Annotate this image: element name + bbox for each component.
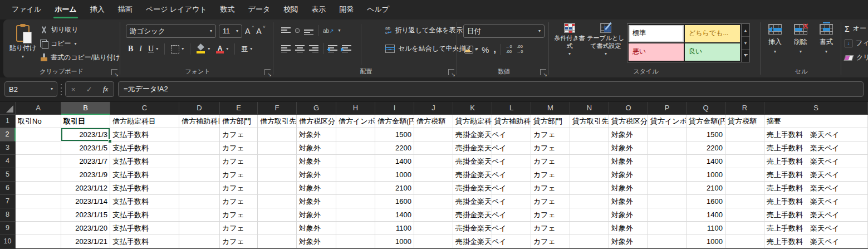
- cell-C2[interactable]: 支払手数料: [110, 128, 179, 141]
- name-box[interactable]: B2 ▾: [4, 81, 57, 97]
- gallery-more-icon[interactable]: ▼: [742, 50, 749, 62]
- cell-F9[interactable]: [258, 222, 297, 235]
- cell-E1[interactable]: 借方部門: [220, 115, 258, 128]
- menu-tab-表示[interactable]: 表示: [305, 0, 332, 20]
- cell-N3[interactable]: [570, 141, 609, 155]
- cell-R1[interactable]: 貸方税額: [725, 115, 764, 128]
- cell-R2[interactable]: [725, 128, 764, 141]
- menu-tab-開発[interactable]: 開発: [333, 0, 360, 20]
- row-header-10[interactable]: 10: [0, 235, 16, 248]
- cell-O7[interactable]: 対象外: [609, 195, 648, 208]
- cell-style-標準[interactable]: 標準: [629, 25, 684, 42]
- cell-style-悪い[interactable]: 悪い: [629, 43, 684, 61]
- column-header-D[interactable]: D: [179, 102, 220, 115]
- column-header-J[interactable]: J: [414, 102, 453, 115]
- chevron-down-icon[interactable]: ▾: [339, 28, 341, 33]
- cell-H2[interactable]: [336, 128, 375, 141]
- cell-I2[interactable]: 1500: [375, 128, 414, 141]
- cell-S9[interactable]: 売上手数料 楽天ペイ: [764, 222, 868, 235]
- increase-decimal-button[interactable]: ←0 .00: [506, 45, 512, 54]
- cell-M9[interactable]: カフェ: [531, 222, 570, 235]
- cell-S2[interactable]: 売上手数料 楽天ペイ: [764, 128, 868, 141]
- cell-K2[interactable]: 売掛金楽天ペイ: [453, 128, 492, 141]
- cell-O6[interactable]: 対象外: [609, 182, 648, 195]
- cut-button[interactable]: 切り取り: [40, 25, 79, 35]
- cell-R9[interactable]: [725, 222, 764, 235]
- cell-R3[interactable]: [725, 141, 764, 155]
- bold-button[interactable]: B: [128, 45, 133, 53]
- clear-button[interactable]: クリア: [845, 53, 868, 62]
- cell-H10[interactable]: [336, 235, 375, 248]
- cell-F3[interactable]: [258, 141, 297, 155]
- menu-tab-ホーム[interactable]: ホーム: [48, 0, 83, 20]
- fill-button[interactable]: ↓ フィル: [845, 38, 868, 48]
- cell-C7[interactable]: 支払手数料: [110, 195, 179, 208]
- underline-button[interactable]: U: [148, 45, 154, 53]
- cell-P10[interactable]: [648, 235, 686, 248]
- align-bottom-button[interactable]: [304, 27, 313, 35]
- cell-A4[interactable]: [16, 155, 61, 168]
- cell-N1[interactable]: 貸方取引先: [570, 115, 609, 128]
- menu-tab-描画[interactable]: 描画: [112, 0, 139, 20]
- cell-E9[interactable]: カフェ: [220, 222, 258, 235]
- clipboard-dialog-launcher-icon[interactable]: [111, 69, 117, 75]
- cell-H7[interactable]: [336, 195, 375, 208]
- cell-E10[interactable]: カフェ: [220, 235, 258, 248]
- cell-P3[interactable]: [648, 141, 686, 155]
- cell-E5[interactable]: カフェ: [220, 168, 258, 182]
- select-all-button[interactable]: [0, 102, 16, 115]
- cell-P4[interactable]: [648, 155, 686, 168]
- cell-Q6[interactable]: 2100: [686, 182, 725, 195]
- column-header-S[interactable]: S: [764, 102, 868, 115]
- column-header-N[interactable]: N: [570, 102, 609, 115]
- cell-O9[interactable]: 対象外: [609, 222, 648, 235]
- cell-M5[interactable]: カフェ: [531, 168, 570, 182]
- cell-K4[interactable]: 売掛金楽天ペイ: [453, 155, 492, 168]
- column-header-H[interactable]: H: [336, 102, 375, 115]
- fill-color-button[interactable]: [197, 45, 205, 53]
- column-header-B[interactable]: B: [61, 102, 110, 115]
- cell-N2[interactable]: [570, 128, 609, 141]
- align-left-button[interactable]: [281, 45, 291, 52]
- cell-G2[interactable]: 対象外: [297, 128, 336, 141]
- cell-D9[interactable]: [179, 222, 220, 235]
- row-header-2[interactable]: 2: [0, 128, 16, 141]
- cell-M2[interactable]: カフェ: [531, 128, 570, 141]
- cell-K5[interactable]: 売掛金楽天ペイ: [453, 168, 492, 182]
- cell-B1[interactable]: 取引日: [61, 115, 110, 128]
- cell-J2[interactable]: [414, 128, 453, 141]
- cell-J10[interactable]: [414, 235, 453, 248]
- cell-O8[interactable]: 対象外: [609, 208, 648, 222]
- cell-C9[interactable]: 支払手数料: [110, 222, 179, 235]
- row-header-9[interactable]: 9: [0, 222, 16, 235]
- cell-S4[interactable]: 売上手数料 楽天ペイ: [764, 155, 868, 168]
- cell-G10[interactable]: 対象外: [297, 235, 336, 248]
- cell-F6[interactable]: [258, 182, 297, 195]
- cell-K7[interactable]: 売掛金楽天ペイ: [453, 195, 492, 208]
- cell-C6[interactable]: 支払手数料: [110, 182, 179, 195]
- cell-G3[interactable]: 対象外: [297, 141, 336, 155]
- cell-H8[interactable]: [336, 208, 375, 222]
- italic-button[interactable]: I: [139, 45, 142, 53]
- column-header-Q[interactable]: Q: [686, 102, 725, 115]
- cell-A8[interactable]: [16, 208, 61, 222]
- cell-Q1[interactable]: 貸方金額(円): [686, 115, 725, 128]
- cell-E6[interactable]: カフェ: [220, 182, 258, 195]
- cell-N10[interactable]: [570, 235, 609, 248]
- cell-H4[interactable]: [336, 155, 375, 168]
- column-header-M[interactable]: M: [531, 102, 570, 115]
- row-header-6[interactable]: 6: [0, 182, 16, 195]
- cell-S10[interactable]: 売上手数料 楽天ペイ: [764, 235, 868, 248]
- chevron-down-icon[interactable]: ▾: [182, 47, 184, 51]
- gallery-down-icon[interactable]: ▼: [742, 37, 749, 50]
- cell-F2[interactable]: [258, 128, 297, 141]
- menu-tab-ヘルプ[interactable]: ヘルプ: [361, 0, 395, 20]
- chevron-down-icon[interactable]: ▾: [475, 47, 477, 52]
- cell-N9[interactable]: [570, 222, 609, 235]
- format-painter-button[interactable]: 書式のコピー/貼り付け: [40, 53, 120, 62]
- cell-M1[interactable]: 貸方部門: [531, 115, 570, 128]
- chevron-down-icon[interactable]: ▾: [226, 47, 228, 51]
- cell-M6[interactable]: カフェ: [531, 182, 570, 195]
- cell-E2[interactable]: カフェ: [220, 128, 258, 141]
- cell-Q9[interactable]: 1100: [686, 222, 725, 235]
